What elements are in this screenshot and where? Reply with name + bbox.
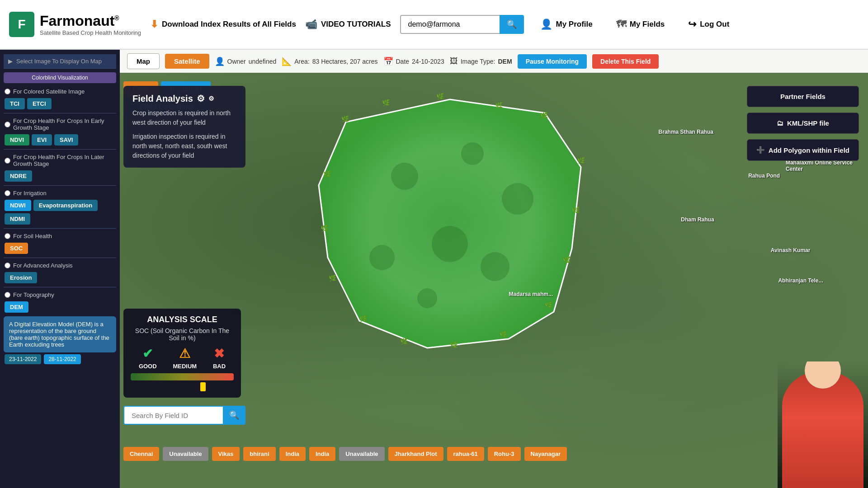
search-bar: 🔍 — [400, 15, 524, 34]
image-type-label: Image Type: — [461, 58, 495, 65]
crop-health-early-section: For Crop Health For Crops In Early Growt… — [4, 115, 116, 132]
partner-fields-button[interactable]: Partner Fields — [747, 86, 859, 107]
analysis-scale-subtitle: SOC (Soil Organic Carbon In The Soil in … — [131, 327, 234, 342]
field-chip-5[interactable]: India — [309, 447, 335, 461]
colored-satellite-buttons: TCI ETCI — [4, 96, 116, 111]
erosion-button[interactable]: Erosion — [5, 272, 37, 283]
ndvi-button[interactable]: NDVI — [5, 134, 29, 145]
area-icon: 📐 — [282, 56, 292, 66]
svg-text:🌿: 🌿 — [577, 157, 585, 164]
search-input[interactable] — [400, 15, 500, 34]
soil-health-section: For Soil Health — [4, 230, 116, 241]
crop-health-later-radio[interactable] — [5, 158, 10, 164]
field-chip-8[interactable]: rahua-61 — [447, 447, 484, 461]
pause-monitoring-button[interactable]: Pause Monitoring — [518, 54, 587, 69]
field-id-search-button[interactable]: 🔍 — [223, 406, 245, 425]
download-icon: ⬇ — [150, 19, 158, 30]
owner-label: Owner — [227, 58, 246, 65]
field-id-search-input[interactable] — [123, 406, 223, 425]
svg-point-20 — [432, 226, 468, 262]
assistant-head — [805, 361, 841, 389]
search-button[interactable]: 🔍 — [500, 15, 524, 34]
add-polygon-label: Add Polygon within Field — [769, 146, 849, 154]
svg-text:🌿: 🌿 — [382, 99, 390, 107]
tci-button[interactable]: TCI — [5, 98, 25, 109]
date-chip-1[interactable]: 23-11-2022 — [5, 354, 41, 364]
svg-text:🌿: 🌿 — [321, 225, 329, 232]
advanced-section: For Advanced Analysis — [4, 260, 116, 270]
etci-button[interactable]: ETCI — [27, 98, 52, 109]
kml-icon: 🗂 — [777, 119, 783, 127]
add-poly-icon: ➕ — [756, 146, 765, 154]
field-analysis-popup: Field Analysis ⚙ ⚙ Crop inspection is re… — [123, 86, 245, 168]
dem-tooltip: A Digital Elevation Model (DEM) is a rep… — [4, 316, 116, 352]
map-button[interactable]: Map — [127, 53, 160, 69]
video-icon: 📹 — [305, 19, 317, 30]
field-chip-4[interactable]: India — [279, 447, 306, 461]
svg-text:🌿: 🌿 — [495, 102, 503, 109]
svg-text:🌿: 🌿 — [341, 115, 349, 123]
field-polygon: 🌿🌿 🌿🌿 🌿🌿 🌿🌿 🌿🌿 🌿🌿 🌿🌿 🌿🌿 — [292, 86, 608, 366]
field-analysis-text2: Irrigation inspection is required in nor… — [132, 132, 236, 160]
medium-icon: ⚠ — [179, 346, 190, 361]
my-fields-button[interactable]: 🗺 My Fields — [609, 15, 672, 34]
svg-text:🌿: 🌿 — [545, 301, 553, 309]
brand-name: Farmonaut® — [40, 13, 141, 29]
bad-icon: ✖ — [214, 346, 224, 361]
kml-shp-button[interactable]: 🗂 KML/SHP file — [747, 113, 859, 134]
separator-2 — [4, 149, 116, 150]
colorblind-button[interactable]: Colorblind Visualization — [4, 72, 116, 83]
svg-point-17 — [391, 163, 418, 190]
logout-button[interactable]: ↪ Log Out — [681, 15, 736, 34]
field-chip-0[interactable]: Chennai — [123, 447, 159, 461]
ndre-button[interactable]: NDRE — [5, 170, 32, 182]
field-chip-2[interactable]: Vikas — [212, 447, 240, 461]
svg-text:🌿: 🌿 — [540, 112, 548, 119]
bottom-search: 🔍 — [123, 406, 245, 425]
field-chip-6[interactable]: Unavailable — [339, 447, 384, 461]
search-icon: 🔍 — [507, 20, 517, 29]
image-type-info: 🖼 Image Type: DEM — [450, 56, 512, 66]
logout-label: Log Out — [700, 20, 729, 29]
ndwi-button[interactable]: NDWI — [5, 200, 31, 211]
assistant-avatar — [778, 361, 868, 488]
area-value: 83 Hectares, 207 acres — [312, 58, 378, 65]
colored-satellite-section: For Colored Satellite Image — [4, 86, 116, 96]
field-chip-3[interactable]: bhirani — [243, 447, 275, 461]
satellite-button[interactable]: Satellite — [165, 54, 209, 69]
dem-button[interactable]: DEM — [5, 301, 28, 313]
field-search-icon: 🔍 — [229, 411, 239, 420]
date-info: 📅 Date 24-10-2023 — [383, 56, 444, 66]
video-label: VIDEO TUTORIALS — [321, 20, 391, 29]
video-tutorials-button[interactable]: 📹 VIDEO TUTORIALS — [305, 19, 391, 30]
field-chip-7[interactable]: Jharkhand Plot — [388, 447, 443, 461]
ndmi-button[interactable]: NDMI — [5, 213, 30, 225]
logo-box: F — [9, 12, 34, 37]
delete-field-button[interactable]: Delete This Field — [592, 54, 659, 69]
soil-health-radio[interactable] — [5, 233, 10, 239]
my-fields-label: My Fields — [630, 20, 665, 29]
savi-button[interactable]: SAVI — [54, 134, 78, 145]
colored-satellite-radio[interactable] — [5, 89, 10, 94]
good-label: GOOD — [139, 363, 157, 370]
soc-button[interactable]: SOC — [5, 243, 28, 254]
my-profile-button[interactable]: 👤 My Profile — [533, 15, 600, 34]
area-label: Area: — [294, 58, 309, 65]
add-polygon-button[interactable]: ➕ Add Polygon within Field — [747, 139, 859, 161]
field-chip-10[interactable]: Nayanagar — [524, 447, 567, 461]
separator-4 — [4, 228, 116, 229]
evap-button[interactable]: Evapotranspiration — [33, 200, 98, 211]
topography-radio[interactable] — [5, 292, 10, 298]
date-chip-2[interactable]: 28-11-2022 — [44, 354, 80, 364]
select-image-label: Select Image To Display On Map — [16, 58, 102, 65]
crop-health-early-radio[interactable] — [5, 122, 10, 127]
advanced-buttons: Erosion — [4, 270, 116, 285]
field-chip-1[interactable]: Unavailable — [163, 447, 208, 461]
logout-icon: ↪ — [688, 19, 696, 30]
field-chip-9[interactable]: Rohu-3 — [488, 447, 521, 461]
evi-button[interactable]: EVI — [32, 134, 52, 145]
irrigation-radio[interactable] — [5, 190, 10, 196]
owner-icon: 👤 — [215, 56, 225, 66]
download-button[interactable]: ⬇ Download Index Results of All Fields — [150, 19, 296, 30]
advanced-radio[interactable] — [5, 263, 10, 268]
